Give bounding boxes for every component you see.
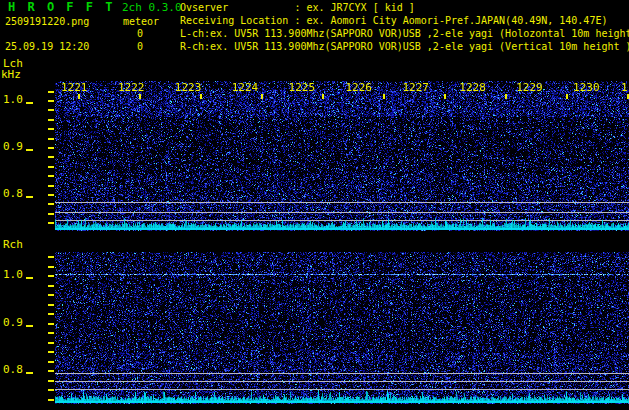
freq-minor-tick: [48, 119, 54, 121]
meteor-count-lch: 0: [100, 28, 143, 39]
freq-minor-tick: [48, 222, 54, 224]
output-filename: 2509191220.png: [5, 16, 89, 27]
freq-minor-tick: [48, 91, 54, 93]
freq-minor-tick: [48, 399, 54, 401]
lch-receiver-line: L-ch:ex. UV5R 113.900Mhz(SAPPORO VOR)USB…: [180, 28, 629, 39]
lch-frequency-axis: 1.00.90.8: [0, 81, 55, 231]
freq-minor-tick: [48, 194, 54, 196]
freq-major-tick: [26, 196, 33, 198]
time-label-1227: 1227: [402, 82, 429, 94]
minute-tick: [383, 94, 385, 99]
freq-major-tick: [26, 149, 33, 151]
minute-tick: [139, 94, 141, 99]
rch-frequency-axis: 1.00.90.8: [0, 252, 55, 404]
freq-minor-tick: [48, 100, 54, 102]
minute-tick: [261, 94, 263, 99]
time-label-1228: 1228: [459, 82, 486, 94]
freq-tick-label-1.0: 1.0: [3, 269, 23, 281]
freq-major-tick: [26, 277, 33, 279]
app-title: H R O F F T: [8, 1, 115, 14]
freq-minor-tick: [48, 380, 54, 382]
minute-tick: [444, 94, 446, 99]
hrofft-screen: H R O F F T 2ch 0.3.0 2509191220.png met…: [0, 0, 629, 410]
freq-minor-tick: [48, 313, 54, 315]
meteor-count-rch: 0: [100, 41, 143, 52]
freq-minor-tick: [48, 304, 54, 306]
freq-minor-tick: [48, 256, 54, 258]
rch-receiver-line: R-ch:ex. UV5R 113.900Mhz(SAPPORO VOR)USB…: [180, 41, 629, 52]
meteor-count-label: meteor: [123, 16, 159, 27]
freq-major-tick: [26, 102, 33, 104]
time-label-1226: 1226: [346, 82, 373, 94]
minute-tick: [200, 94, 202, 99]
observer-line: Ovserver : ex. JR7CYX [ kid ]: [180, 2, 415, 13]
rch-spectrogram-panel: [55, 252, 629, 404]
time-label-1223: 1223: [175, 82, 202, 94]
minute-tick: [505, 94, 507, 99]
freq-minor-tick: [48, 156, 54, 158]
time-label-1221: 1221: [61, 82, 88, 94]
time-label-1224: 1224: [232, 82, 259, 94]
rch-channel-label: Rch: [3, 239, 23, 251]
minute-tick: [78, 94, 80, 99]
freq-major-tick: [26, 372, 33, 374]
time-label-1230: 1230: [573, 82, 600, 94]
freq-minor-tick: [48, 275, 54, 277]
freq-minor-tick: [48, 294, 54, 296]
freq-tick-label-0.9: 0.9: [3, 317, 23, 329]
freq-minor-tick: [48, 389, 54, 391]
freq-minor-tick: [48, 166, 54, 168]
freq-minor-tick: [48, 285, 54, 287]
freq-minor-tick: [48, 370, 54, 372]
freq-minor-tick: [48, 266, 54, 268]
freq-minor-tick: [48, 128, 54, 130]
receiving-location-line: Receiving Location : ex. Aomori City Aom…: [180, 15, 607, 26]
freq-minor-tick: [48, 342, 54, 344]
freq-minor-tick: [48, 323, 54, 325]
lch-unit-label: kHz: [1, 69, 21, 81]
time-label-1222: 1222: [118, 82, 145, 94]
minute-tick: [322, 94, 324, 99]
minute-tick: [566, 94, 568, 99]
freq-tick-label-0.8: 0.8: [3, 364, 23, 376]
freq-minor-tick: [48, 332, 54, 334]
datetime-stamp: 25.09.19 12:20: [5, 41, 89, 52]
rch-spectrogram-canvas: [55, 252, 629, 404]
time-label-clipped: 1: [621, 82, 628, 94]
freq-minor-tick: [48, 351, 54, 353]
freq-minor-tick: [48, 138, 54, 140]
time-label-1225: 1225: [289, 82, 316, 94]
freq-major-tick: [26, 325, 33, 327]
freq-tick-label-0.8: 0.8: [3, 188, 23, 200]
freq-minor-tick: [48, 361, 54, 363]
lch-spectrogram-canvas: [55, 81, 629, 231]
freq-tick-label-0.9: 0.9: [3, 141, 23, 153]
time-label-1229: 1229: [516, 82, 543, 94]
freq-minor-tick: [48, 175, 54, 177]
lch-spectrogram-panel: 1221122212231224122512261227122812291230…: [55, 81, 629, 231]
freq-tick-label-1.0: 1.0: [3, 94, 23, 106]
freq-minor-tick: [48, 185, 54, 187]
freq-minor-tick: [48, 213, 54, 215]
freq-minor-tick: [48, 203, 54, 205]
app-version: 2ch 0.3.0: [122, 2, 182, 14]
freq-minor-tick: [48, 147, 54, 149]
freq-minor-tick: [48, 109, 54, 111]
